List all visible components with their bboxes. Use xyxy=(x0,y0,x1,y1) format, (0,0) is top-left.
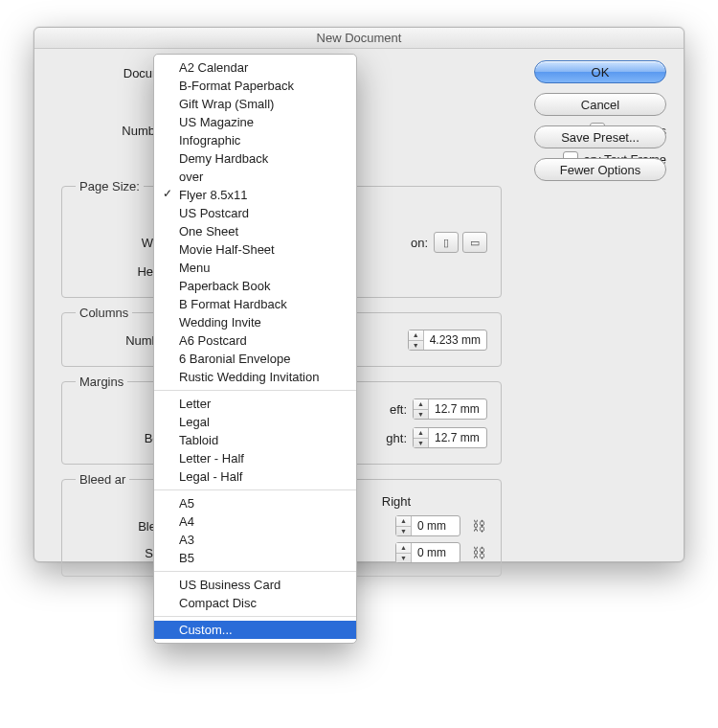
page-size-menu-item[interactable]: A6 Postcard xyxy=(154,331,356,350)
label-left: eft: xyxy=(355,402,413,417)
bleed-right-stepper[interactable]: ▲▼ 0 mm xyxy=(395,515,460,536)
page-size-menu-item[interactable]: Legal xyxy=(154,413,356,431)
gutter-stepper[interactable]: ▲▼ 4.233 mm xyxy=(408,330,487,351)
margin-left-stepper[interactable]: ▲▼ 12.7 mm xyxy=(413,398,487,420)
page-size-menu-item[interactable]: Flyer 8.5x11 xyxy=(154,186,356,204)
col-header-right: Right xyxy=(363,494,430,509)
page-size-menu-item[interactable]: Wedding Invite xyxy=(154,313,356,331)
page-size-menu-item[interactable]: Letter - Half xyxy=(154,449,356,467)
page-size-menu-item[interactable]: Demy Hardback xyxy=(154,149,356,168)
margin-right-stepper[interactable]: ▲▼ 12.7 mm xyxy=(413,427,487,448)
page-size-menu-item[interactable]: A5 xyxy=(154,494,356,512)
margin-right-value: 12.7 mm xyxy=(429,428,486,447)
page-size-menu-item[interactable]: US Magazine xyxy=(154,113,356,131)
page-size-menu-item[interactable]: One Sheet xyxy=(154,222,356,240)
page-size-menu-item[interactable]: A2 Calendar xyxy=(154,58,356,77)
label-orientation: on: xyxy=(411,236,428,250)
legend-page-size: Page Size: xyxy=(76,179,144,193)
legend-margins: Margins xyxy=(76,375,127,389)
page-size-menu-item[interactable]: A4 xyxy=(154,512,356,531)
page-size-menu-item[interactable]: B-Format Paperback xyxy=(154,77,356,95)
link-icon[interactable]: ⛓ xyxy=(470,515,487,536)
page-size-menu-item[interactable]: Gift Wrap (Small) xyxy=(154,95,356,113)
page-size-menu-item[interactable]: Paperback Book xyxy=(154,277,356,295)
page-size-menu-item[interactable]: US Postcard xyxy=(154,204,356,222)
page-size-menu-item[interactable]: A3 xyxy=(154,531,356,549)
button-column: OK Cancel Save Preset... Fewer Options xyxy=(534,60,666,181)
menu-separator xyxy=(154,616,356,617)
page-size-menu-item[interactable]: Legal - Half xyxy=(154,467,356,486)
page-size-menu-item[interactable]: Tabloid xyxy=(154,431,356,449)
save-preset-button[interactable]: Save Preset... xyxy=(534,125,666,148)
menu-separator xyxy=(154,571,356,572)
link-icon[interactable]: ⛓ xyxy=(470,542,487,563)
slug-right-value: 0 mm xyxy=(412,543,460,562)
menu-separator xyxy=(154,489,356,490)
page-size-menu-item[interactable]: Compact Disc xyxy=(154,594,356,612)
orientation-portrait-button[interactable]: ▯ xyxy=(434,232,459,253)
page-size-menu-item[interactable]: Infographic xyxy=(154,131,356,149)
fewer-options-button[interactable]: Fewer Options xyxy=(534,158,666,181)
page-size-menu-item[interactable]: over xyxy=(154,168,356,186)
page-size-menu[interactable]: A2 CalendarB-Format PaperbackGift Wrap (… xyxy=(153,54,357,644)
page-size-menu-item[interactable]: Custom... xyxy=(154,621,356,639)
legend-columns: Columns xyxy=(76,306,132,320)
new-document-dialog: New Document Document Number of ing Page… xyxy=(34,27,684,562)
legend-bleed: Bleed ar xyxy=(76,472,129,487)
label-right: ght: xyxy=(355,431,413,445)
bleed-right-value: 0 mm xyxy=(412,516,460,535)
page-size-menu-item[interactable]: Menu xyxy=(154,259,356,277)
page-size-menu-item[interactable]: B5 xyxy=(154,549,356,567)
cancel-button[interactable]: Cancel xyxy=(534,93,666,116)
menu-separator xyxy=(154,390,356,391)
page-size-menu-item[interactable]: Letter xyxy=(154,395,356,413)
gutter-value: 4.233 mm xyxy=(424,330,486,350)
page-size-menu-item[interactable]: Movie Half-Sheet xyxy=(154,240,356,259)
orientation-landscape-button[interactable]: ▭ xyxy=(462,232,487,253)
page-size-menu-item[interactable]: 6 Baronial Envelope xyxy=(154,350,356,368)
page-size-menu-item[interactable]: Rustic Wedding Invitation xyxy=(154,368,356,386)
page-size-menu-item[interactable]: B Format Hardback xyxy=(154,295,356,313)
ok-button[interactable]: OK xyxy=(534,60,666,83)
margin-left-value: 12.7 mm xyxy=(429,399,486,419)
page-size-menu-item[interactable]: US Business Card xyxy=(154,576,356,594)
window-title: New Document xyxy=(34,28,684,49)
slug-right-stepper[interactable]: ▲▼ 0 mm xyxy=(395,542,460,563)
